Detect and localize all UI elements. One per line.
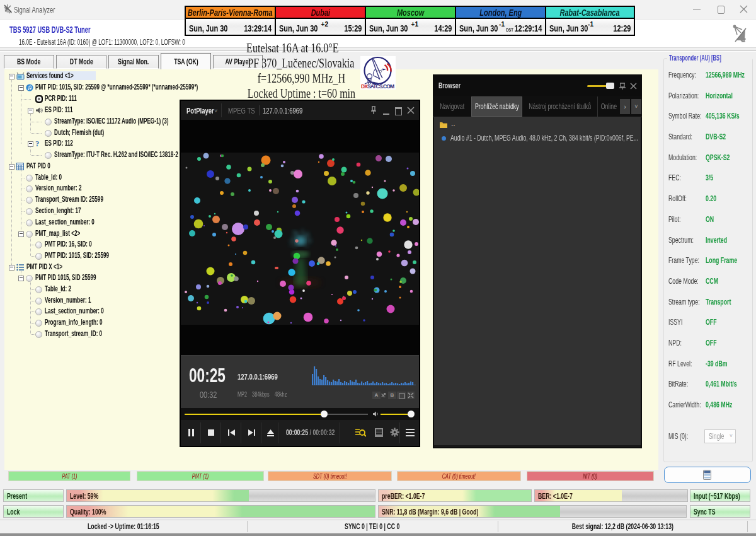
svg-text:DXSATCS.COM: DXSATCS.COM [361,83,394,90]
